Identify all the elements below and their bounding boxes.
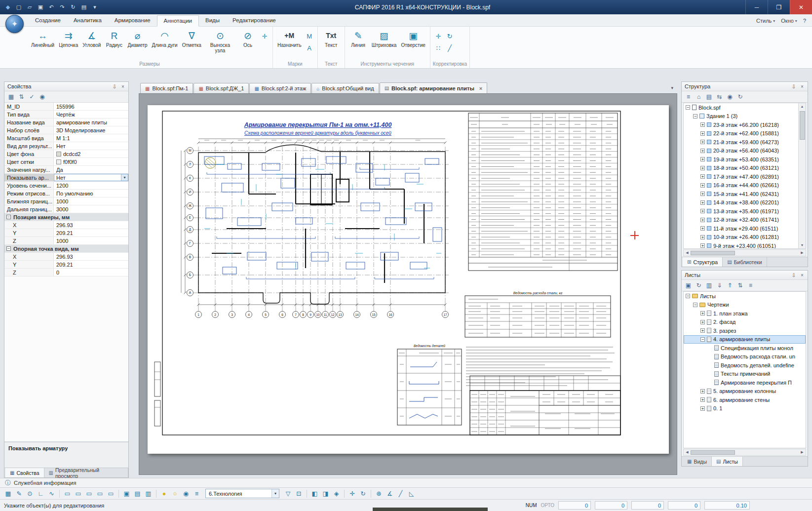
property-row[interactable]: Y209.21 — [4, 261, 128, 269]
paste-object-icon[interactable]: ▤ — [132, 489, 143, 499]
close-icon[interactable]: × — [119, 83, 126, 90]
lamp-off-icon[interactable]: ○ — [170, 489, 180, 499]
structure-floor-item[interactable]: +16-й этаж +44.400 (62661) — [684, 181, 798, 190]
sheet-item[interactable]: +5. армирование колонны — [684, 387, 806, 396]
align-points-button[interactable]: ∷ — [433, 43, 444, 53]
list-icon[interactable]: ≡ — [746, 281, 755, 290]
pencil-tool-icon[interactable]: ✎ — [14, 489, 24, 499]
flag-right-icon[interactable]: ◨ — [320, 489, 331, 499]
drawing-canvas[interactable]: Армирование перекрытия Пм-1 на отм.+11,4… — [139, 93, 677, 475]
sync-icon[interactable]: ↻ — [68, 2, 78, 12]
structure-floor-item[interactable]: +22-й этаж +62.400 (15881) — [684, 129, 798, 138]
property-row[interactable]: Ближняя границ...1000 — [4, 197, 128, 205]
link-icon[interactable]: ⇆ — [715, 92, 724, 101]
rotate-view-icon[interactable]: ↻ — [358, 489, 368, 499]
opening-button[interactable]: ▣Отверстие — [399, 28, 427, 49]
tab-sheets[interactable]: ▤Листы — [712, 457, 743, 466]
structure-floor-item[interactable]: +21-й этаж +59.400 (64273) — [684, 138, 798, 147]
diameter-dimension-button[interactable]: ⌀Диаметр — [125, 28, 149, 49]
help-menu[interactable]: ? — [803, 18, 806, 24]
structure-floor-item[interactable]: +10-й этаж +26.400 (61281) — [684, 233, 798, 242]
sheet-item[interactable]: −4. армирование плиты — [684, 335, 806, 344]
close-icon[interactable]: × — [799, 83, 806, 90]
property-value[interactable]: dcdcd2 — [54, 150, 128, 157]
property-value[interactable]: 209.21 — [54, 229, 128, 236]
collapse-icon[interactable]: − — [6, 246, 11, 251]
pin-icon[interactable]: ⇩ — [790, 83, 797, 90]
property-value[interactable]: По умолчанию — [54, 190, 128, 197]
expander-icon[interactable]: + — [700, 140, 705, 144]
open-file-icon[interactable]: ▱ — [25, 2, 35, 12]
app-badge-icon[interactable]: ◆ — [3, 2, 13, 12]
property-row[interactable]: Масштаб видаМ 1:1 — [4, 134, 128, 142]
tab-preview[interactable]: ▥Предварительный просмотр — [44, 468, 128, 477]
pin-icon[interactable]: ⇩ — [111, 83, 118, 90]
property-value[interactable]: 0 — [54, 269, 128, 276]
expander-icon[interactable]: + — [700, 200, 705, 205]
property-value[interactable]: 3D Моделирование — [54, 126, 128, 134]
window-menu[interactable]: Окно▾ — [781, 18, 797, 24]
expander-icon[interactable]: + — [700, 243, 705, 248]
sort-icon[interactable]: ⇅ — [735, 281, 745, 290]
lamp-all-icon[interactable]: ◉ — [181, 489, 191, 499]
hatch-button[interactable]: ▨Штриховка — [370, 28, 399, 49]
property-group-row[interactable]: −Позиция камеры, мм — [4, 213, 128, 221]
property-row[interactable]: Цвет фонаdcdcd2 — [4, 150, 128, 158]
property-group-row[interactable]: −Опорная точка вида, мм — [4, 245, 128, 253]
node-callout-button[interactable]: ⊙Выноска узла — [204, 28, 236, 55]
scrollbar-thumb[interactable] — [800, 111, 805, 140]
angular-dimension-button[interactable]: ∡Угловой — [80, 28, 103, 49]
expander-icon[interactable]: + — [700, 235, 705, 239]
sheet-sub-item[interactable]: Спецификация плиты монол — [684, 344, 806, 353]
structure-floor-item[interactable]: +15-й этаж +41.400 (62431) — [684, 190, 798, 198]
undo-icon[interactable]: ↶ — [46, 2, 56, 12]
sheet-sub-item[interactable]: Ведомость расхода стали. un — [684, 353, 806, 361]
linear-dimension-button[interactable]: ↔Линейный — [29, 28, 56, 49]
property-row[interactable]: Цвет сеткиf0f0f0 — [4, 158, 128, 166]
structure-floor-item[interactable]: +13-й этаж +35.400 (61971) — [684, 207, 798, 216]
property-row[interactable]: Дальняя границ...3000 — [4, 205, 128, 213]
insert-table-icon[interactable]: ▭ — [95, 489, 105, 499]
filter-icon[interactable]: ≡ — [684, 92, 693, 101]
save-icon[interactable]: ▣ — [36, 2, 45, 12]
snap-center-icon[interactable]: ⊙ — [25, 489, 35, 499]
tab-structure[interactable]: ⊞Структура — [683, 257, 723, 267]
property-row[interactable]: Значения нагру...Да — [4, 166, 128, 174]
expander-icon[interactable]: + — [700, 192, 705, 196]
expander-icon[interactable]: − — [700, 337, 705, 342]
property-value[interactable]: 209.21 — [54, 261, 128, 268]
property-row[interactable]: Уровень сечени...1200 — [4, 182, 128, 190]
property-value[interactable]: Нет▾ — [54, 174, 128, 181]
expander-icon[interactable]: + — [700, 131, 705, 136]
new-file-icon[interactable]: ▢ — [14, 2, 24, 12]
clone-object-icon[interactable]: ▥ — [143, 489, 154, 499]
property-row[interactable]: Режим отрисов...По умолчанию — [4, 190, 128, 197]
mark-leader-button[interactable]: M — [304, 31, 315, 41]
expander-icon[interactable]: + — [700, 406, 705, 411]
doc-tab-5[interactable]: ▤Block.spf: армирование плиты× — [380, 82, 488, 93]
axis-button[interactable]: ⊘Ось — [237, 28, 259, 49]
node-cross-button[interactable]: ✛ — [259, 31, 270, 41]
ribbon-tab-2[interactable]: Аналитика — [67, 15, 108, 26]
property-value[interactable]: М 1:1 — [54, 134, 128, 142]
scrollbar-thumb[interactable] — [691, 450, 735, 455]
sheets-root-item[interactable]: −Листы — [684, 292, 806, 301]
sheet-item[interactable]: +0. 1 — [684, 404, 806, 413]
move-nodes-button[interactable]: ✛ — [433, 31, 444, 41]
structure-floor-item[interactable]: +19-й этаж +53.400 (63351) — [684, 155, 798, 164]
doc-tab-1[interactable]: ▦Block.spf:Пм-1 — [140, 83, 193, 93]
doc-tab-3[interactable]: ▦Block.spf:2-й этаж — [249, 83, 311, 93]
layers-icon[interactable]: ≡ — [192, 489, 202, 499]
structure-floor-item[interactable]: +14-й этаж +38.400 (62201) — [684, 198, 798, 207]
collapse-icon[interactable]: − — [6, 215, 11, 219]
sheet-format-icon[interactable]: ▭ — [62, 489, 73, 499]
expander-icon[interactable]: − — [693, 303, 697, 307]
expander-icon[interactable]: + — [700, 397, 705, 402]
expander-icon[interactable]: − — [686, 105, 690, 110]
scroll-up-icon[interactable]: ▲ — [799, 103, 806, 110]
coordinate-field-4[interactable]: 0 — [668, 501, 700, 510]
search-icon[interactable]: ◉ — [38, 92, 47, 101]
copy-object-icon[interactable]: ▣ — [121, 489, 132, 499]
close-button[interactable]: ✕ — [790, 0, 812, 14]
quick-access-chevron-icon[interactable]: ▾ — [90, 2, 100, 12]
